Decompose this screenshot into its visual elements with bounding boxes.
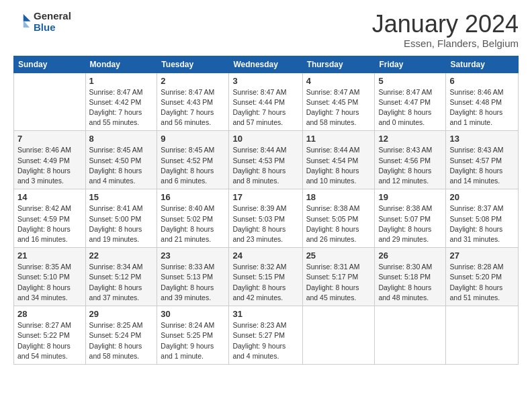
day-info: Sunrise: 8:47 AMSunset: 4:45 PMDaylight:… [306,87,371,128]
logo-icon [15,14,31,28]
day-number: 5 [378,76,442,86]
day-info: Sunrise: 8:44 AMSunset: 4:53 PMDaylight:… [232,145,298,186]
day-info: Sunrise: 8:43 AMSunset: 4:57 PMDaylight:… [449,145,515,186]
day-info: Sunrise: 8:47 AMSunset: 4:42 PMDaylight:… [89,87,154,128]
day-info: Sunrise: 8:33 AMSunset: 5:13 PMDaylight:… [161,262,225,303]
week-row-3: 14Sunrise: 8:42 AMSunset: 4:59 PMDayligh… [14,189,519,248]
weekday-header-wednesday: Wednesday [229,56,302,73]
day-info: Sunrise: 8:43 AMSunset: 4:56 PMDaylight:… [378,145,442,186]
calendar-cell: 27Sunrise: 8:28 AMSunset: 5:20 PMDayligh… [446,248,519,306]
weekday-header-saturday: Saturday [446,56,519,73]
calendar-cell: 31Sunrise: 8:23 AMSunset: 5:27 PMDayligh… [229,306,302,365]
day-info: Sunrise: 8:40 AMSunset: 5:02 PMDaylight:… [161,203,225,244]
day-number: 18 [306,192,371,202]
weekday-header-row: SundayMondayTuesdayWednesdayThursdayFrid… [14,56,519,73]
day-info: Sunrise: 8:39 AMSunset: 5:03 PMDaylight:… [232,203,298,244]
weekday-header-sunday: Sunday [14,56,86,73]
day-number: 21 [17,250,82,261]
day-info: Sunrise: 8:38 AMSunset: 5:05 PMDaylight:… [306,203,371,244]
day-info: Sunrise: 8:47 AMSunset: 4:44 PMDaylight:… [232,87,298,128]
day-info: Sunrise: 8:37 AMSunset: 5:08 PMDaylight:… [449,203,515,244]
day-info: Sunrise: 8:38 AMSunset: 5:07 PMDaylight:… [378,203,442,244]
calendar-cell: 2Sunrise: 8:47 AMSunset: 4:43 PMDaylight… [157,73,229,131]
calendar-header: SundayMondayTuesdayWednesdayThursdayFrid… [14,56,519,73]
day-number: 24 [232,250,298,261]
day-number: 13 [449,134,515,144]
day-number: 26 [378,250,442,261]
calendar-cell: 18Sunrise: 8:38 AMSunset: 5:05 PMDayligh… [302,189,375,248]
calendar-cell [302,306,375,365]
calendar-cell: 25Sunrise: 8:31 AMSunset: 5:17 PMDayligh… [302,248,375,306]
svg-marker-0 [24,14,31,21]
day-info: Sunrise: 8:28 AMSunset: 5:20 PMDaylight:… [449,262,515,303]
day-number: 16 [161,192,225,202]
day-info: Sunrise: 8:45 AMSunset: 4:52 PMDaylight:… [161,145,225,186]
day-info: Sunrise: 8:25 AMSunset: 5:24 PMDaylight:… [89,320,154,361]
day-info: Sunrise: 8:41 AMSunset: 5:00 PMDaylight:… [89,203,154,244]
day-number: 12 [378,134,442,144]
day-number: 17 [232,192,298,202]
page: General Blue January 2024 Essen, Flander… [0,0,532,411]
calendar-cell [375,306,446,365]
day-number: 3 [232,76,298,86]
day-info: Sunrise: 8:44 AMSunset: 4:54 PMDaylight:… [306,145,371,186]
day-number: 15 [89,192,154,202]
day-number: 10 [232,134,298,144]
calendar-cell: 3Sunrise: 8:47 AMSunset: 4:44 PMDaylight… [229,73,302,131]
day-number: 4 [306,76,371,86]
logo-blue-text: Blue [34,22,71,34]
week-row-5: 28Sunrise: 8:27 AMSunset: 5:22 PMDayligh… [14,306,519,365]
day-number: 8 [89,134,154,144]
day-number: 6 [449,76,515,86]
day-info: Sunrise: 8:46 AMSunset: 4:49 PMDaylight:… [17,145,82,186]
calendar-cell: 9Sunrise: 8:45 AMSunset: 4:52 PMDaylight… [157,131,229,189]
day-info: Sunrise: 8:24 AMSunset: 5:25 PMDaylight:… [161,320,225,361]
calendar-cell: 16Sunrise: 8:40 AMSunset: 5:02 PMDayligh… [157,189,229,248]
weekday-header-monday: Monday [85,56,157,73]
calendar-cell: 22Sunrise: 8:34 AMSunset: 5:12 PMDayligh… [85,248,157,306]
calendar-cell: 23Sunrise: 8:33 AMSunset: 5:13 PMDayligh… [157,248,229,306]
calendar-cell: 12Sunrise: 8:43 AMSunset: 4:56 PMDayligh… [375,131,446,189]
weekday-header-thursday: Thursday [302,56,375,73]
day-number: 27 [449,250,515,261]
day-number: 29 [89,309,154,319]
calendar-cell: 29Sunrise: 8:25 AMSunset: 5:24 PMDayligh… [85,306,157,365]
calendar-cell: 20Sunrise: 8:37 AMSunset: 5:08 PMDayligh… [446,189,519,248]
day-info: Sunrise: 8:45 AMSunset: 4:50 PMDaylight:… [89,145,154,186]
day-info: Sunrise: 8:47 AMSunset: 4:43 PMDaylight:… [161,87,225,128]
day-number: 31 [232,309,298,319]
day-number: 7 [17,134,82,144]
day-number: 30 [161,309,225,319]
calendar-cell: 1Sunrise: 8:47 AMSunset: 4:42 PMDaylight… [85,73,157,131]
day-number: 14 [17,192,82,202]
calendar-cell: 30Sunrise: 8:24 AMSunset: 5:25 PMDayligh… [157,306,229,365]
day-number: 2 [161,76,225,86]
week-row-4: 21Sunrise: 8:35 AMSunset: 5:10 PMDayligh… [14,248,519,306]
day-number: 23 [161,250,225,261]
calendar-cell: 14Sunrise: 8:42 AMSunset: 4:59 PMDayligh… [14,189,86,248]
day-info: Sunrise: 8:32 AMSunset: 5:15 PMDaylight:… [232,262,298,303]
calendar-cell: 26Sunrise: 8:30 AMSunset: 5:18 PMDayligh… [375,248,446,306]
calendar-cell: 24Sunrise: 8:32 AMSunset: 5:15 PMDayligh… [229,248,302,306]
calendar-cell: 21Sunrise: 8:35 AMSunset: 5:10 PMDayligh… [14,248,86,306]
day-info: Sunrise: 8:30 AMSunset: 5:18 PMDaylight:… [378,262,442,303]
calendar-cell: 7Sunrise: 8:46 AMSunset: 4:49 PMDaylight… [14,131,86,189]
calendar-cell [446,306,519,365]
day-info: Sunrise: 8:42 AMSunset: 4:59 PMDaylight:… [17,203,82,244]
day-info: Sunrise: 8:27 AMSunset: 5:22 PMDaylight:… [17,320,82,361]
calendar-table: SundayMondayTuesdayWednesdayThursdayFrid… [13,56,519,365]
week-row-1: 1Sunrise: 8:47 AMSunset: 4:42 PMDaylight… [14,73,519,131]
day-number: 19 [378,192,442,202]
calendar-cell: 17Sunrise: 8:39 AMSunset: 5:03 PMDayligh… [229,189,302,248]
day-info: Sunrise: 8:35 AMSunset: 5:10 PMDaylight:… [17,262,82,303]
calendar-cell: 13Sunrise: 8:43 AMSunset: 4:57 PMDayligh… [446,131,519,189]
calendar-cell [14,73,86,131]
calendar-cell: 11Sunrise: 8:44 AMSunset: 4:54 PMDayligh… [302,131,375,189]
calendar-cell: 5Sunrise: 8:47 AMSunset: 4:47 PMDaylight… [375,73,446,131]
day-info: Sunrise: 8:31 AMSunset: 5:17 PMDaylight:… [306,262,371,303]
calendar-cell: 8Sunrise: 8:45 AMSunset: 4:50 PMDaylight… [85,131,157,189]
day-number: 1 [89,76,154,86]
calendar-cell: 28Sunrise: 8:27 AMSunset: 5:22 PMDayligh… [14,306,86,365]
day-info: Sunrise: 8:47 AMSunset: 4:47 PMDaylight:… [378,87,442,128]
day-number: 25 [306,250,371,261]
